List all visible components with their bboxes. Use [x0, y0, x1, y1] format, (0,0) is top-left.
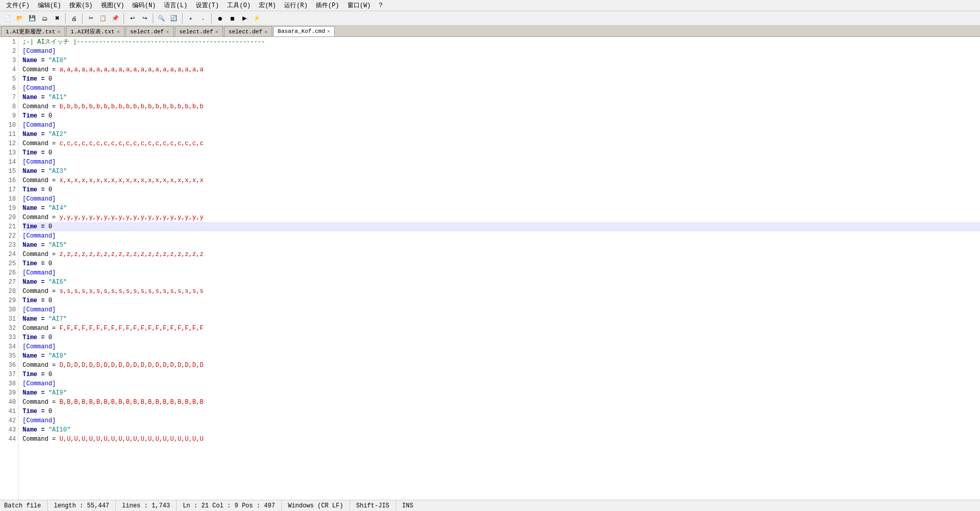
line-number: 26	[0, 268, 16, 278]
tab-ai-table[interactable]: 1.AI对应表.txt ✕	[66, 26, 125, 36]
menu-settings[interactable]: 设置(T)	[192, 0, 223, 11]
line-number: 22	[0, 231, 16, 241]
line-number: 34	[0, 342, 16, 351]
code-area[interactable]: ;-| AIスイッチ |----------------------------…	[18, 37, 980, 500]
line-number: 19	[0, 204, 16, 213]
code-line: Command = x,x,x,x,x,x,x,x,x,x,x,x,x,x,x,…	[23, 176, 980, 185]
toolbar-cut[interactable]: ✂	[85, 13, 96, 24]
tab-label: select.def	[229, 29, 262, 35]
toolbar-sep2	[82, 13, 83, 24]
line-number: 12	[0, 139, 16, 148]
line-number: 1	[0, 37, 16, 47]
code-line: Time = 0	[23, 407, 980, 416]
tab-basara-kof[interactable]: Basara_Kof.cmd ✕	[273, 26, 335, 36]
code-line: Command = b,b,b,b,b,b,b,b,b,b,b,b,b,b,b,…	[23, 102, 980, 111]
toolbar-zoom-out[interactable]: -	[197, 13, 209, 24]
tab-select-def-2[interactable]: select.def ✕	[175, 26, 223, 36]
code-line: Name = "AI8"	[23, 351, 980, 361]
tab-close-icon[interactable]: ✕	[215, 29, 218, 35]
toolbar-redo[interactable]: ↪	[139, 13, 150, 24]
toolbar-print[interactable]: 🖨	[68, 13, 79, 24]
toolbar-macro-play[interactable]: ▶	[239, 13, 250, 24]
code-line: Name = "AI7"	[23, 315, 980, 324]
menu-plugins[interactable]: 插件(P)	[312, 0, 343, 11]
toolbar-new[interactable]: 📄	[2, 13, 13, 24]
toolbar: 📄 📂 💾 🗂 ✖ 🖨 ✂ 📋 📌 ↩ ↪ 🔍 🔄 + - ⏺ ⏹ ▶ ⚡	[0, 11, 980, 26]
menu-help[interactable]: ?	[375, 1, 386, 10]
toolbar-undo[interactable]: ↩	[127, 13, 138, 24]
code-line: [Command]	[23, 84, 980, 93]
tab-label: 1.AI更新履歴.txt	[6, 28, 55, 35]
toolbar-close[interactable]: ✖	[51, 13, 63, 24]
status-position: Ln : 21 Col : 9 Pos : 497	[177, 500, 282, 511]
toolbar-sep1	[65, 13, 66, 24]
toolbar-open[interactable]: 📂	[14, 13, 26, 24]
code-line: Command = D,D,D,D,D,D,D,D,D,D,D,D,D,D,D,…	[23, 361, 980, 370]
code-line: Time = 0	[23, 222, 980, 231]
menu-search[interactable]: 搜索(S)	[65, 0, 97, 11]
code-line: [Command]	[23, 268, 980, 278]
line-number: 18	[0, 194, 16, 204]
menu-language[interactable]: 语言(L)	[160, 0, 192, 11]
line-number: 28	[0, 287, 16, 296]
tab-ai-history[interactable]: 1.AI更新履歴.txt ✕	[1, 26, 65, 36]
menu-window[interactable]: 窗口(W)	[343, 0, 375, 11]
line-number: 40	[0, 398, 16, 407]
tab-close-icon[interactable]: ✕	[117, 29, 120, 35]
line-number: 3	[0, 56, 16, 65]
line-number: 31	[0, 315, 16, 324]
tab-close-icon[interactable]: ✕	[166, 29, 169, 35]
toolbar-find[interactable]: 🔍	[156, 13, 167, 24]
line-number: 25	[0, 259, 16, 268]
line-number: 6	[0, 84, 16, 93]
code-line: Name = "AI6"	[23, 278, 980, 287]
menu-tools[interactable]: 工具(O)	[223, 0, 255, 11]
toolbar-saveall[interactable]: 🗂	[39, 13, 50, 24]
menu-encoding[interactable]: 编码(N)	[128, 0, 160, 11]
code-line: [Command]	[23, 231, 980, 241]
line-number: 37	[0, 370, 16, 379]
code-line: Name = "AI9"	[23, 388, 980, 398]
code-line: Command = U,U,U,U,U,U,U,U,U,U,U,U,U,U,U,…	[23, 435, 980, 444]
toolbar-sep3	[124, 13, 124, 24]
tab-close-icon[interactable]: ✕	[264, 29, 268, 35]
tab-close-icon[interactable]: ✕	[327, 28, 330, 34]
line-number: 32	[0, 324, 16, 333]
menu-macro[interactable]: 宏(M)	[255, 0, 280, 11]
code-line: Name = "AI3"	[23, 167, 980, 176]
editor-content: 1234567891011121314151617181920212223242…	[0, 37, 980, 500]
line-number: 43	[0, 425, 16, 435]
menu-view[interactable]: 视图(V)	[97, 0, 129, 11]
toolbar-macro-stop[interactable]: ⏹	[227, 13, 238, 24]
tab-close-icon[interactable]: ✕	[57, 29, 60, 35]
line-number: 41	[0, 407, 16, 416]
toolbar-save[interactable]: 💾	[27, 13, 38, 24]
line-number: 9	[0, 111, 16, 121]
code-line: Name = "AI0"	[23, 56, 980, 65]
code-line: Command = a,a,a,a,a,a,a,a,a,a,a,a,a,a,a,…	[23, 65, 980, 74]
code-line: Command = F,F,F,F,F,F,F,F,F,F,F,F,F,F,F,…	[23, 324, 980, 333]
line-number: 15	[0, 167, 16, 176]
code-line: Name = "AI10"	[23, 425, 980, 435]
code-line: Command = c,c,c,c,c,c,c,c,c,c,c,c,c,c,c,…	[23, 139, 980, 148]
code-line: Time = 0	[23, 111, 980, 121]
code-line: [Command]	[23, 47, 980, 56]
toolbar-replace[interactable]: 🔄	[168, 13, 179, 24]
tab-select-def-3[interactable]: select.def ✕	[224, 26, 272, 36]
code-line: [Command]	[23, 194, 980, 204]
tab-select-def-1[interactable]: select.def ✕	[126, 26, 174, 36]
toolbar-copy[interactable]: 📋	[97, 13, 109, 24]
menu-file[interactable]: 文件(F)	[2, 0, 34, 11]
toolbar-run-cmd[interactable]: ⚡	[251, 13, 262, 24]
line-number: 14	[0, 158, 16, 167]
menu-edit[interactable]: 编辑(E)	[34, 0, 66, 11]
menu-run[interactable]: 运行(R)	[280, 0, 312, 11]
tab-label: Basara_Kof.cmd	[278, 28, 325, 34]
code-line: Time = 0	[23, 74, 980, 84]
line-number: 23	[0, 241, 16, 250]
toolbar-macro-rec[interactable]: ⏺	[214, 13, 226, 24]
editor: 1234567891011121314151617181920212223242…	[0, 37, 980, 500]
toolbar-paste[interactable]: 📌	[110, 13, 121, 24]
code-line: Command = z,z,z,z,z,z,z,z,z,z,z,z,z,z,z,…	[23, 250, 980, 259]
toolbar-zoom-in[interactable]: +	[185, 13, 196, 24]
